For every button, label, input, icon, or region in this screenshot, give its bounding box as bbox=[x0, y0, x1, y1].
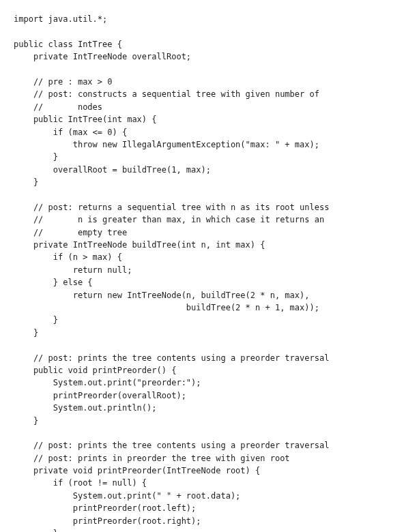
code-block: import java.util.*; public class IntTree… bbox=[14, 14, 397, 532]
code-content: import java.util.*; public class IntTree… bbox=[14, 14, 329, 532]
